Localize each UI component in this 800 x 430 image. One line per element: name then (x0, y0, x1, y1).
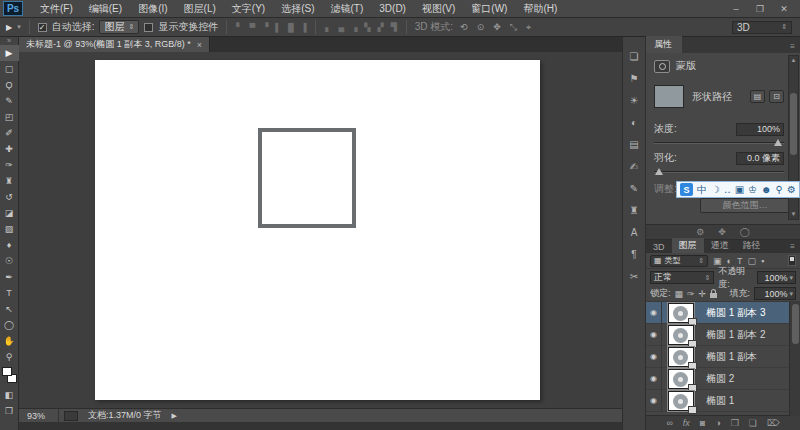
new-layer-icon[interactable]: ❏ (749, 418, 757, 428)
move-widget-icon[interactable]: ✥ (718, 227, 726, 237)
gear-icon[interactable]: ⚙ (696, 227, 704, 237)
ime-search-icon[interactable]: ⚲ (776, 184, 783, 195)
visibility-eye-icon[interactable]: ◉ (646, 390, 662, 411)
show-transform-checkbox[interactable] (144, 23, 153, 32)
healing-brush-tool[interactable]: ✚ (0, 141, 19, 157)
add-pixel-mask-button[interactable]: ▤ (750, 90, 765, 103)
new-adjustment-layer-icon[interactable]: ◑ (715, 418, 720, 428)
dodge-tool[interactable]: ☉ (0, 253, 19, 269)
foreground-color-swatch[interactable] (2, 367, 12, 376)
layer-thumbnail[interactable] (668, 303, 694, 323)
brush-panel-icon[interactable]: ✎ (622, 177, 646, 199)
layer-effects-icon[interactable]: fx (683, 418, 690, 428)
history-brush-tool[interactable]: ↺ (0, 189, 19, 205)
visibility-eye-icon[interactable]: ◉ (646, 302, 662, 323)
panel-menu-icon[interactable]: ≡ (785, 242, 800, 253)
move-tool-icon[interactable]: ▶ (6, 23, 12, 32)
close-tab-icon[interactable]: × (197, 40, 202, 50)
opacity-dropdown[interactable]: 100% ▾ (757, 271, 796, 284)
lock-position-icon[interactable]: ✛ (699, 289, 707, 299)
layer-name[interactable]: 椭圆 2 (706, 372, 734, 386)
menu-help[interactable]: 帮助(H) (516, 0, 564, 17)
restore-button[interactable]: ❐ (748, 2, 772, 16)
character-panel-icon[interactable]: A (622, 221, 646, 243)
zoom-tool[interactable]: ⚲ (0, 349, 19, 365)
menu-select[interactable]: 选择(S) (274, 0, 321, 17)
menu-window[interactable]: 窗口(W) (464, 0, 514, 17)
scrollbar-thumb[interactable] (792, 304, 799, 344)
layer-thumbnail[interactable] (668, 347, 694, 367)
layer-name[interactable]: 椭圆 1 副本 3 (706, 306, 765, 320)
feather-slider-thumb[interactable] (655, 168, 663, 175)
layer-row-ellipse-2[interactable]: ◉ 椭圆 2 (646, 368, 800, 390)
screen-mode-toggle[interactable]: ❐ (0, 403, 19, 419)
menu-edit[interactable]: 编辑(E) (82, 0, 129, 17)
crop-tool[interactable]: ◰ (0, 109, 19, 125)
slices-panel-icon[interactable]: ✂ (622, 265, 646, 287)
lasso-tool[interactable]: Ϙ (0, 77, 19, 93)
tab-properties[interactable]: 属性 (646, 36, 682, 53)
zoom-level[interactable]: 93% (19, 411, 53, 421)
status-options-arrow-icon[interactable]: ▶ (172, 412, 177, 420)
marquee-tool[interactable]: ▢ (0, 61, 19, 77)
styles-panel-icon[interactable]: ◐ (622, 111, 646, 133)
blend-mode-select[interactable]: 正常 ⇕ (650, 271, 714, 284)
clone-stamp-tool[interactable]: ♜ (0, 173, 19, 189)
tab-channels[interactable]: 通道 (704, 238, 736, 253)
scroll-up-icon[interactable]: ▲ (791, 56, 797, 65)
3d-drag-icon[interactable]: ✥ (491, 22, 503, 32)
workspace-switcher[interactable]: 3D ⇕ (732, 21, 792, 34)
adjustments-panel-icon[interactable]: ☀ (622, 89, 646, 111)
eyedropper-tool[interactable]: ✐ (0, 125, 19, 141)
pen-tool[interactable]: ✒ (0, 269, 19, 285)
filter-kind-dropdown[interactable]: ▦ 类型 ⇕ (650, 255, 708, 267)
ime-punctuation-icon[interactable]: ‥ (724, 184, 731, 195)
close-button[interactable]: ✕ (772, 2, 796, 16)
path-selection-tool[interactable]: ↖ (0, 301, 19, 317)
link-layers-icon[interactable]: ∞ (666, 418, 672, 428)
lock-transparency-icon[interactable]: ▦ (675, 289, 684, 299)
menu-type[interactable]: 文字(Y) (225, 0, 272, 17)
tool-preset-caret-icon[interactable]: ▾ (17, 23, 21, 31)
3d-roll-icon[interactable]: ⊙ (475, 22, 487, 32)
notes-panel-icon[interactable]: ⚑ (622, 67, 646, 89)
layers-scrollbar[interactable] (789, 302, 800, 416)
feather-value[interactable]: 0.0 像素 (736, 152, 784, 165)
menu-image[interactable]: 图像(I) (131, 0, 174, 17)
menu-3d[interactable]: 3D(D) (372, 0, 413, 17)
lock-all-icon[interactable] (710, 293, 717, 298)
layer-row-ellipse-1-copy-2[interactable]: ◉ 椭圆 1 副本 2 (646, 324, 800, 346)
menu-file[interactable]: 文件(F) (33, 0, 80, 17)
ime-settings-icon[interactable]: ⚙ (787, 184, 796, 195)
panel-menu-icon[interactable]: ≡ (785, 42, 800, 53)
mask-thumbnail[interactable] (654, 85, 684, 108)
layer-thumbnail[interactable] (668, 391, 694, 411)
layer-name[interactable]: 椭圆 1 副本 (706, 350, 757, 364)
minimize-button[interactable]: – (724, 2, 748, 16)
color-swatches[interactable] (0, 365, 19, 387)
visibility-eye-icon[interactable]: ◉ (646, 368, 662, 389)
density-slider-thumb[interactable] (774, 139, 782, 146)
filter-toggle[interactable] (788, 255, 796, 266)
layer-row-ellipse-1-copy-3[interactable]: ◉ 椭圆 1 副本 3 (646, 302, 800, 324)
auto-select-checkbox[interactable]: ✓ (38, 23, 47, 32)
eraser-tool[interactable]: ◪ (0, 205, 19, 221)
visibility-eye-icon[interactable]: ◉ (646, 346, 662, 367)
3d-slide-icon[interactable]: ⤡ (508, 22, 519, 33)
visibility-eye-icon[interactable]: ◉ (646, 324, 662, 345)
ime-emoji-icon[interactable]: ▣ (735, 184, 744, 195)
clone-source-panel-icon[interactable]: ♜ (622, 199, 646, 221)
quick-selection-tool[interactable]: ✎ (0, 93, 19, 109)
brush-tool[interactable]: ✑ (0, 157, 19, 173)
tab-layers[interactable]: 图层 (672, 238, 704, 253)
add-layer-mask-icon[interactable]: ◙ (700, 418, 705, 428)
ime-mode-chinese[interactable]: 中 (697, 183, 707, 197)
ime-fullwidth-icon[interactable]: ☽ (711, 184, 720, 195)
new-group-icon[interactable]: ❒ (731, 418, 739, 428)
tab-3d[interactable]: 3D (646, 241, 672, 253)
scrollbar-thumb[interactable] (790, 93, 797, 155)
layer-name[interactable]: 椭圆 1 副本 2 (706, 328, 765, 342)
fill-dropdown[interactable]: 100% ▾ (754, 287, 796, 300)
gradient-tool[interactable]: ▨ (0, 221, 19, 237)
ime-person-icon[interactable]: ☻ (761, 184, 772, 195)
